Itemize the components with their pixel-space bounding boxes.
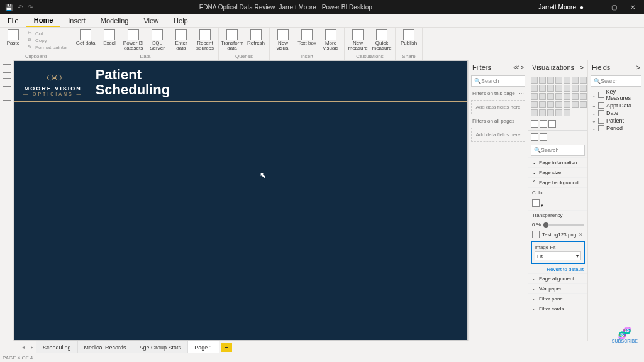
- cut-button[interactable]: ✂Cut: [28, 30, 68, 36]
- minimize-button[interactable]: —: [587, 4, 602, 11]
- viz-type-icon[interactable]: [580, 77, 587, 84]
- viz-type-icon[interactable]: [564, 93, 570, 100]
- analytics-tab-icon[interactable]: [548, 120, 556, 128]
- section-page-align[interactable]: ⌄Page alignment: [528, 273, 587, 283]
- table-item[interactable]: ⌄Period: [591, 124, 641, 132]
- get-data-button[interactable]: Get data: [75, 29, 96, 46]
- data-view-icon[interactable]: [3, 78, 11, 87]
- viz-type-icon[interactable]: [531, 109, 538, 116]
- format-painter-button[interactable]: ✎Format painter: [28, 44, 68, 50]
- viz-type-icon[interactable]: [564, 77, 570, 84]
- viz-type-icon[interactable]: [539, 77, 546, 84]
- table-item[interactable]: ⌄Key Measures: [591, 88, 641, 102]
- viz-type-icon[interactable]: [531, 93, 538, 100]
- save-icon[interactable]: 💾: [5, 4, 13, 11]
- filters-page-well[interactable]: Add data fields here: [471, 100, 525, 114]
- viz-type-icon[interactable]: [580, 85, 587, 92]
- format-tab-icon[interactable]: [540, 120, 547, 128]
- viz-type-icon[interactable]: [572, 101, 579, 108]
- revert-link[interactable]: Revert to default: [528, 265, 587, 273]
- new-measure-button[interactable]: New measure: [347, 29, 369, 51]
- image-fit-dropdown[interactable]: Fit▾: [535, 251, 581, 260]
- sql-button[interactable]: SQL Server: [147, 29, 168, 51]
- viz-type-icon[interactable]: [547, 101, 554, 108]
- undo-icon[interactable]: ↶: [18, 4, 23, 11]
- filters-search[interactable]: 🔍 Search: [471, 75, 525, 87]
- page-tab[interactable]: Page 1: [188, 341, 219, 353]
- report-canvas[interactable]: ○-○ MOORE VISION — OPTICIANS — Patient S…: [14, 60, 468, 341]
- viz-type-icon[interactable]: [539, 101, 546, 108]
- transparency-slider[interactable]: [543, 224, 584, 226]
- redo-icon[interactable]: ↷: [28, 4, 33, 11]
- viz-type-icon[interactable]: [555, 93, 562, 100]
- fields-search[interactable]: 🔍 Search: [591, 75, 641, 87]
- section-page-size[interactable]: ⌄Page size: [528, 167, 587, 177]
- tab-prev-icon[interactable]: ◂: [19, 344, 28, 350]
- paste-button[interactable]: Paste: [3, 29, 24, 46]
- expand-icon[interactable]: >: [636, 63, 640, 71]
- tab-next-icon[interactable]: ▸: [28, 344, 36, 350]
- ellipsis-icon[interactable]: ⋯: [519, 118, 524, 124]
- copy-button[interactable]: ⧉Copy: [28, 37, 68, 43]
- viz-type-icon[interactable]: [555, 85, 562, 92]
- viz-type-icon[interactable]: [539, 85, 546, 92]
- enter-data-button[interactable]: Enter data: [170, 29, 192, 51]
- refresh-button[interactable]: Refresh: [245, 29, 267, 46]
- filters-all-well[interactable]: Add data fields here: [471, 128, 525, 142]
- viz-type-icon[interactable]: [572, 93, 579, 100]
- viz-type-icon[interactable]: [555, 109, 562, 116]
- expand-icon[interactable]: >: [580, 63, 584, 71]
- menu-view[interactable]: View: [136, 14, 166, 27]
- recent-sources-button[interactable]: Recent sources: [194, 29, 216, 51]
- text-box-button[interactable]: Text box: [296, 29, 318, 46]
- viz-type-icon[interactable]: [555, 101, 562, 108]
- fields-tab-icon[interactable]: [531, 120, 538, 128]
- viz-type-icon[interactable]: [531, 77, 538, 84]
- pbi-datasets-button[interactable]: Power BI datasets: [123, 29, 144, 51]
- add-page-button[interactable]: +: [221, 343, 232, 352]
- viz-type-icon[interactable]: [547, 77, 554, 84]
- viz-type-icon[interactable]: [547, 85, 554, 92]
- ellipsis-icon[interactable]: ⋯: [519, 90, 524, 96]
- viz-type-icon[interactable]: [580, 101, 587, 108]
- menu-insert[interactable]: Insert: [60, 14, 93, 27]
- section-page-info[interactable]: ⌄Page information: [528, 157, 587, 167]
- maximize-button[interactable]: ▢: [606, 4, 621, 11]
- format-search[interactable]: 🔍 Search: [531, 145, 585, 156]
- viz-type-icon[interactable]: [531, 101, 538, 108]
- viz-type-icon[interactable]: [572, 85, 579, 92]
- more-visuals-button[interactable]: More visuals: [320, 29, 341, 51]
- menu-file[interactable]: File: [0, 14, 26, 27]
- remove-image-icon[interactable]: ✕: [579, 232, 583, 238]
- section-filter-pane[interactable]: ⌄Filter pane: [528, 293, 587, 304]
- viz-type-icon[interactable]: [539, 109, 546, 116]
- chevron-down-icon[interactable]: ▾: [541, 203, 543, 207]
- section-wallpaper[interactable]: ⌄Wallpaper: [528, 283, 587, 293]
- page-format-icon[interactable]: [531, 133, 538, 141]
- viz-type-icon[interactable]: [564, 101, 570, 108]
- page-format-icon[interactable]: [540, 133, 547, 141]
- menu-home[interactable]: Home: [26, 14, 61, 27]
- viz-type-icon[interactable]: [564, 85, 570, 92]
- viz-type-icon[interactable]: [564, 109, 570, 116]
- table-item[interactable]: ⌄Appt Data: [591, 102, 641, 109]
- viz-type-icon[interactable]: [531, 85, 538, 92]
- viz-type-icon[interactable]: [572, 77, 579, 84]
- viz-type-icon[interactable]: [539, 93, 546, 100]
- viz-type-icon[interactable]: [547, 109, 554, 116]
- transform-data-button[interactable]: Transform data: [221, 29, 243, 51]
- user-name[interactable]: Jarrett Moore: [538, 4, 575, 11]
- excel-button[interactable]: Excel: [99, 29, 120, 46]
- publish-button[interactable]: Publish: [398, 29, 419, 46]
- viz-type-icon[interactable]: [580, 93, 587, 100]
- section-page-bg[interactable]: ⌃Page background: [528, 177, 587, 187]
- viz-type-icon[interactable]: [555, 77, 562, 84]
- section-filter-cards[interactable]: ⌄Filter cards: [528, 304, 587, 314]
- page-tab[interactable]: Scheduling: [36, 341, 78, 353]
- page-tab[interactable]: Medical Records: [78, 341, 133, 353]
- close-button[interactable]: ✕: [625, 4, 640, 11]
- menu-modeling[interactable]: Modeling: [93, 14, 136, 27]
- report-view-icon[interactable]: [3, 64, 11, 73]
- collapse-icon[interactable]: ≪ >: [513, 64, 524, 70]
- quick-measure-button[interactable]: Quick measure: [371, 29, 392, 51]
